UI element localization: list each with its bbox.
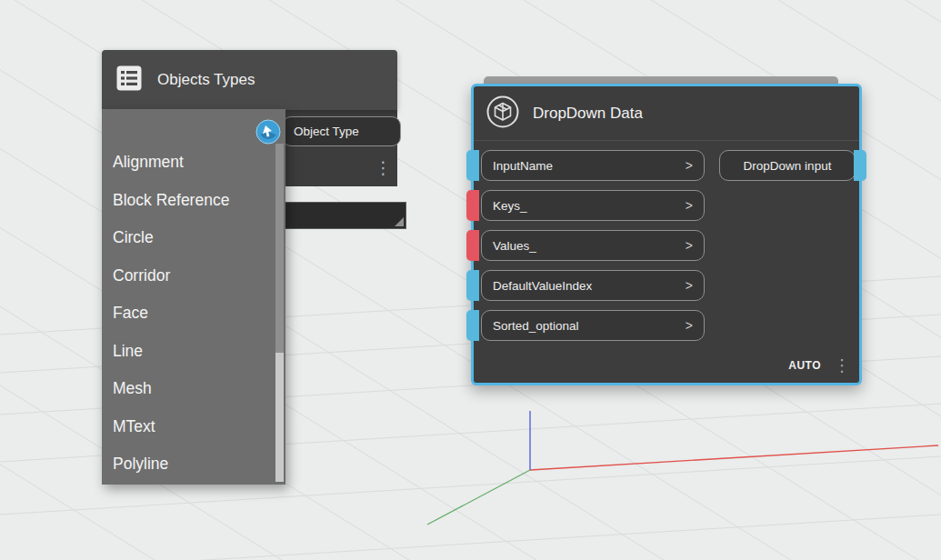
- list-item[interactable]: Face: [102, 295, 285, 333]
- chevron-right-icon: >: [686, 238, 693, 253]
- input-port-defaultvalueindex[interactable]: [466, 270, 479, 301]
- node-title: DropDown Data: [533, 105, 643, 123]
- list-icon: [115, 65, 143, 95]
- kebab-menu-icon[interactable]: ⋮: [375, 155, 389, 181]
- list-item[interactable]: MText: [102, 408, 285, 446]
- output-pill-dropdown-input[interactable]: DropDown input: [719, 150, 856, 181]
- object-type-port-pill[interactable]: Object Type: [282, 116, 401, 146]
- dropdown-data-header[interactable]: DropDown Data: [474, 86, 859, 141]
- list-item[interactable]: Circle: [102, 219, 285, 257]
- input-row: Keys_ >: [474, 190, 859, 221]
- node-editor-canvas[interactable]: DropDown Data InputName > Keys_ > Values…: [0, 0, 941, 560]
- output-row: DropDown input: [474, 150, 859, 181]
- output-label: DropDown input: [744, 159, 832, 173]
- scrollbar[interactable]: [275, 144, 284, 482]
- node-title: Objects Types: [157, 71, 255, 89]
- input-row: DefaultValueIndex >: [474, 270, 859, 301]
- input-label: DefaultValueIndex: [493, 279, 592, 293]
- node-footer: AUTO ⋮: [788, 355, 850, 376]
- chevron-right-icon: >: [686, 198, 693, 213]
- list-item[interactable]: Alignment: [102, 144, 285, 182]
- dropdown-data-icon: [486, 95, 520, 133]
- input-row: Values_ >: [474, 230, 859, 261]
- list-item[interactable]: Mesh: [102, 370, 285, 408]
- list-item[interactable]: Block Reference: [102, 182, 285, 220]
- input-label: Sorted_optional: [493, 319, 579, 333]
- object-type-dropdown-list[interactable]: Alignment Block Reference Circle Corrido…: [102, 109, 285, 485]
- dropdown-corner-icon: [395, 217, 404, 226]
- input-pill-sorted-optional[interactable]: Sorted_optional >: [481, 310, 705, 341]
- input-port-values[interactable]: [466, 230, 479, 261]
- auto-mode-button[interactable]: AUTO: [788, 359, 821, 372]
- y-axis-line: [427, 470, 530, 525]
- scrollbar-thumb[interactable]: [275, 144, 284, 353]
- dropdown-data-node[interactable]: DropDown Data InputName > Keys_ > Values…: [471, 84, 862, 385]
- input-pill-defaultvalueindex[interactable]: DefaultValueIndex >: [481, 270, 705, 301]
- list-item[interactable]: Polyline: [102, 445, 285, 484]
- port-label: Object Type: [294, 125, 359, 138]
- list-item[interactable]: Corridor: [102, 257, 285, 295]
- input-pill-keys[interactable]: Keys_ >: [481, 190, 705, 221]
- chevron-right-icon: >: [686, 278, 693, 293]
- object-type-combobox[interactable]: [284, 202, 406, 229]
- input-label: Values_: [493, 239, 536, 253]
- input-port-sorted-optional[interactable]: [466, 310, 479, 341]
- objects-types-header[interactable]: Objects Types: [102, 50, 397, 110]
- x-axis-line: [530, 445, 938, 470]
- input-port-keys[interactable]: [466, 190, 479, 221]
- input-row: Sorted_optional >: [474, 310, 859, 341]
- input-label: Keys_: [493, 199, 527, 213]
- kebab-menu-icon[interactable]: ⋮: [834, 357, 850, 374]
- output-port[interactable]: [854, 150, 866, 181]
- chevron-right-icon: >: [686, 318, 693, 333]
- list-item[interactable]: Line: [102, 333, 285, 371]
- input-pill-values[interactable]: Values_ >: [481, 230, 705, 261]
- selection-badge-icon[interactable]: [255, 119, 281, 148]
